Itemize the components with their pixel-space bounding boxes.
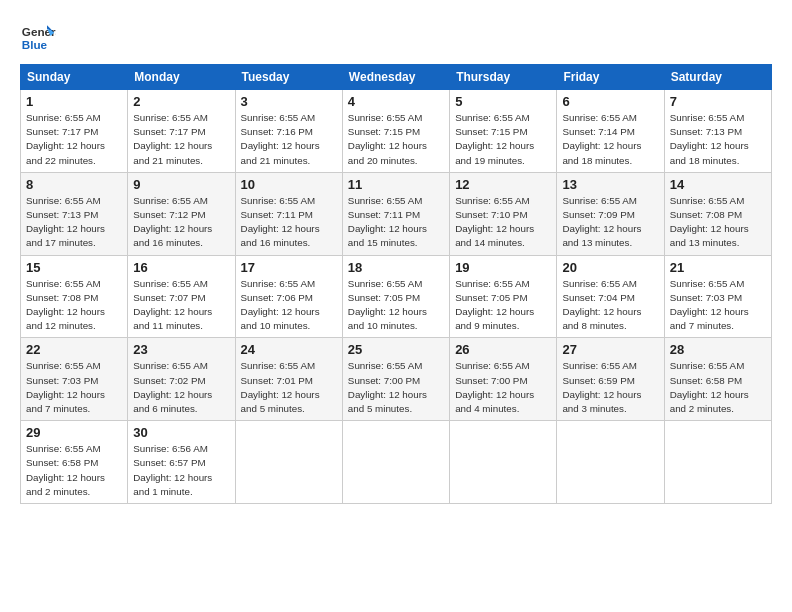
day-number: 3 (241, 94, 337, 109)
day-info: Sunrise: 6:55 AM Sunset: 7:17 PM Dayligh… (133, 111, 229, 168)
day-info: Sunrise: 6:55 AM Sunset: 7:07 PM Dayligh… (133, 277, 229, 334)
svg-text:Blue: Blue (22, 38, 48, 51)
day-number: 14 (670, 177, 766, 192)
logo: General Blue (20, 18, 56, 54)
calendar-table: SundayMondayTuesdayWednesdayThursdayFrid… (20, 64, 772, 504)
calendar-cell (235, 421, 342, 504)
day-number: 29 (26, 425, 122, 440)
day-info: Sunrise: 6:55 AM Sunset: 7:02 PM Dayligh… (133, 359, 229, 416)
weekday-header-thursday: Thursday (450, 65, 557, 90)
day-info: Sunrise: 6:55 AM Sunset: 7:15 PM Dayligh… (348, 111, 444, 168)
calendar-cell: 27Sunrise: 6:55 AM Sunset: 6:59 PM Dayli… (557, 338, 664, 421)
day-number: 27 (562, 342, 658, 357)
day-info: Sunrise: 6:55 AM Sunset: 7:05 PM Dayligh… (348, 277, 444, 334)
day-info: Sunrise: 6:55 AM Sunset: 7:09 PM Dayligh… (562, 194, 658, 251)
calendar-cell (664, 421, 771, 504)
day-info: Sunrise: 6:55 AM Sunset: 6:58 PM Dayligh… (26, 442, 122, 499)
calendar-cell: 18Sunrise: 6:55 AM Sunset: 7:05 PM Dayli… (342, 255, 449, 338)
day-info: Sunrise: 6:55 AM Sunset: 7:13 PM Dayligh… (670, 111, 766, 168)
calendar-cell: 6Sunrise: 6:55 AM Sunset: 7:14 PM Daylig… (557, 90, 664, 173)
calendar-cell: 24Sunrise: 6:55 AM Sunset: 7:01 PM Dayli… (235, 338, 342, 421)
calendar-cell (450, 421, 557, 504)
day-info: Sunrise: 6:55 AM Sunset: 7:06 PM Dayligh… (241, 277, 337, 334)
calendar-cell: 15Sunrise: 6:55 AM Sunset: 7:08 PM Dayli… (21, 255, 128, 338)
day-number: 1 (26, 94, 122, 109)
day-info: Sunrise: 6:55 AM Sunset: 7:04 PM Dayligh… (562, 277, 658, 334)
day-info: Sunrise: 6:55 AM Sunset: 7:00 PM Dayligh… (348, 359, 444, 416)
day-number: 18 (348, 260, 444, 275)
weekday-header-monday: Monday (128, 65, 235, 90)
day-number: 2 (133, 94, 229, 109)
calendar-cell: 4Sunrise: 6:55 AM Sunset: 7:15 PM Daylig… (342, 90, 449, 173)
day-number: 8 (26, 177, 122, 192)
day-info: Sunrise: 6:55 AM Sunset: 7:08 PM Dayligh… (26, 277, 122, 334)
day-number: 25 (348, 342, 444, 357)
page-header: General Blue (20, 18, 772, 54)
calendar-cell: 12Sunrise: 6:55 AM Sunset: 7:10 PM Dayli… (450, 172, 557, 255)
day-number: 21 (670, 260, 766, 275)
day-info: Sunrise: 6:55 AM Sunset: 7:11 PM Dayligh… (241, 194, 337, 251)
day-number: 13 (562, 177, 658, 192)
day-number: 12 (455, 177, 551, 192)
calendar-cell: 8Sunrise: 6:55 AM Sunset: 7:13 PM Daylig… (21, 172, 128, 255)
day-number: 11 (348, 177, 444, 192)
weekday-header-friday: Friday (557, 65, 664, 90)
day-info: Sunrise: 6:56 AM Sunset: 6:57 PM Dayligh… (133, 442, 229, 499)
day-info: Sunrise: 6:55 AM Sunset: 6:59 PM Dayligh… (562, 359, 658, 416)
day-info: Sunrise: 6:55 AM Sunset: 6:58 PM Dayligh… (670, 359, 766, 416)
day-number: 23 (133, 342, 229, 357)
day-info: Sunrise: 6:55 AM Sunset: 7:16 PM Dayligh… (241, 111, 337, 168)
weekday-header-wednesday: Wednesday (342, 65, 449, 90)
calendar-header: SundayMondayTuesdayWednesdayThursdayFrid… (21, 65, 772, 90)
day-info: Sunrise: 6:55 AM Sunset: 7:11 PM Dayligh… (348, 194, 444, 251)
day-info: Sunrise: 6:55 AM Sunset: 7:12 PM Dayligh… (133, 194, 229, 251)
day-info: Sunrise: 6:55 AM Sunset: 7:15 PM Dayligh… (455, 111, 551, 168)
day-info: Sunrise: 6:55 AM Sunset: 7:14 PM Dayligh… (562, 111, 658, 168)
day-number: 24 (241, 342, 337, 357)
day-number: 20 (562, 260, 658, 275)
calendar-cell: 1Sunrise: 6:55 AM Sunset: 7:17 PM Daylig… (21, 90, 128, 173)
calendar-cell: 2Sunrise: 6:55 AM Sunset: 7:17 PM Daylig… (128, 90, 235, 173)
day-number: 7 (670, 94, 766, 109)
day-number: 30 (133, 425, 229, 440)
calendar-cell: 16Sunrise: 6:55 AM Sunset: 7:07 PM Dayli… (128, 255, 235, 338)
calendar-cell: 26Sunrise: 6:55 AM Sunset: 7:00 PM Dayli… (450, 338, 557, 421)
day-number: 22 (26, 342, 122, 357)
day-number: 15 (26, 260, 122, 275)
weekday-header-tuesday: Tuesday (235, 65, 342, 90)
calendar-cell: 29Sunrise: 6:55 AM Sunset: 6:58 PM Dayli… (21, 421, 128, 504)
calendar-cell: 3Sunrise: 6:55 AM Sunset: 7:16 PM Daylig… (235, 90, 342, 173)
day-number: 17 (241, 260, 337, 275)
calendar-cell (557, 421, 664, 504)
day-info: Sunrise: 6:55 AM Sunset: 7:00 PM Dayligh… (455, 359, 551, 416)
calendar-cell: 11Sunrise: 6:55 AM Sunset: 7:11 PM Dayli… (342, 172, 449, 255)
day-info: Sunrise: 6:55 AM Sunset: 7:03 PM Dayligh… (26, 359, 122, 416)
calendar-cell: 22Sunrise: 6:55 AM Sunset: 7:03 PM Dayli… (21, 338, 128, 421)
day-number: 28 (670, 342, 766, 357)
calendar-cell: 20Sunrise: 6:55 AM Sunset: 7:04 PM Dayli… (557, 255, 664, 338)
day-number: 19 (455, 260, 551, 275)
calendar-cell: 13Sunrise: 6:55 AM Sunset: 7:09 PM Dayli… (557, 172, 664, 255)
day-number: 26 (455, 342, 551, 357)
day-number: 6 (562, 94, 658, 109)
calendar-cell: 14Sunrise: 6:55 AM Sunset: 7:08 PM Dayli… (664, 172, 771, 255)
day-number: 5 (455, 94, 551, 109)
day-number: 10 (241, 177, 337, 192)
calendar-cell: 28Sunrise: 6:55 AM Sunset: 6:58 PM Dayli… (664, 338, 771, 421)
calendar-cell: 21Sunrise: 6:55 AM Sunset: 7:03 PM Dayli… (664, 255, 771, 338)
logo-icon: General Blue (20, 18, 56, 54)
calendar-cell (342, 421, 449, 504)
calendar-cell: 25Sunrise: 6:55 AM Sunset: 7:00 PM Dayli… (342, 338, 449, 421)
calendar-cell: 30Sunrise: 6:56 AM Sunset: 6:57 PM Dayli… (128, 421, 235, 504)
day-info: Sunrise: 6:55 AM Sunset: 7:03 PM Dayligh… (670, 277, 766, 334)
calendar-cell: 7Sunrise: 6:55 AM Sunset: 7:13 PM Daylig… (664, 90, 771, 173)
day-info: Sunrise: 6:55 AM Sunset: 7:13 PM Dayligh… (26, 194, 122, 251)
day-info: Sunrise: 6:55 AM Sunset: 7:01 PM Dayligh… (241, 359, 337, 416)
weekday-header-saturday: Saturday (664, 65, 771, 90)
day-info: Sunrise: 6:55 AM Sunset: 7:05 PM Dayligh… (455, 277, 551, 334)
day-info: Sunrise: 6:55 AM Sunset: 7:17 PM Dayligh… (26, 111, 122, 168)
weekday-header-sunday: Sunday (21, 65, 128, 90)
calendar-cell: 23Sunrise: 6:55 AM Sunset: 7:02 PM Dayli… (128, 338, 235, 421)
day-info: Sunrise: 6:55 AM Sunset: 7:08 PM Dayligh… (670, 194, 766, 251)
calendar-cell: 5Sunrise: 6:55 AM Sunset: 7:15 PM Daylig… (450, 90, 557, 173)
